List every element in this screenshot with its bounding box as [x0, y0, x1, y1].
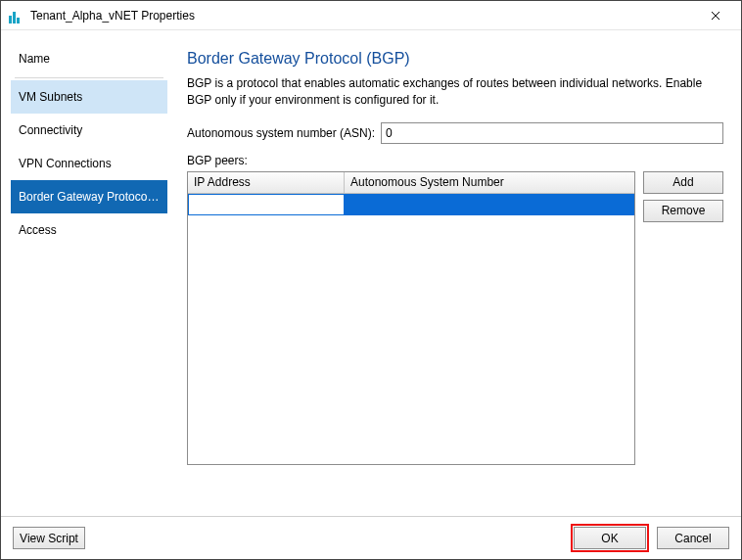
view-script-button[interactable]: View Script: [13, 527, 85, 549]
ok-button[interactable]: OK: [574, 527, 646, 549]
col-header-ip[interactable]: IP Address: [188, 172, 345, 193]
asn-input[interactable]: [381, 122, 723, 144]
page-heading: Border Gateway Protocol (BGP): [187, 50, 723, 68]
sidebar-separator: [15, 77, 163, 78]
dialog-footer: View Script OK Cancel: [1, 516, 741, 559]
grid-header: IP Address Autonomous System Number: [188, 172, 634, 194]
sidebar: Name VM Subnets Connectivity VPN Connect…: [11, 40, 167, 506]
table-row[interactable]: [188, 194, 634, 215]
sidebar-item-access[interactable]: Access: [11, 213, 167, 247]
col-header-asn[interactable]: Autonomous System Number: [345, 172, 634, 193]
add-button[interactable]: Add: [643, 171, 723, 194]
sidebar-header: Name: [11, 46, 167, 75]
bgp-peers-label: BGP peers:: [187, 154, 723, 167]
page-description: BGP is a protocol that enables automatic…: [187, 75, 723, 109]
bgp-peers-grid[interactable]: IP Address Autonomous System Number: [187, 171, 635, 465]
grid-side-buttons: Add Remove: [643, 171, 723, 222]
asn-field-row: Autonomous system number (ASN):: [187, 122, 723, 144]
sidebar-item-vpn-connections[interactable]: VPN Connections: [11, 147, 167, 180]
window-title: Tenant_Alpha_vNET Properties: [30, 9, 696, 23]
dialog-body: Name VM Subnets Connectivity VPN Connect…: [1, 30, 741, 516]
titlebar: Tenant_Alpha_vNET Properties: [1, 1, 741, 30]
cancel-button[interactable]: Cancel: [657, 527, 729, 549]
remove-button[interactable]: Remove: [643, 200, 723, 222]
sidebar-item-vm-subnets[interactable]: VM Subnets: [11, 80, 167, 114]
sidebar-item-bgp[interactable]: Border Gateway Protocol...: [11, 180, 167, 213]
ip-address-input[interactable]: [189, 195, 344, 214]
asn-label: Autonomous system number (ASN):: [187, 126, 375, 140]
close-icon: [711, 11, 720, 21]
sidebar-item-connectivity[interactable]: Connectivity: [11, 114, 167, 147]
grid-body: [188, 194, 634, 464]
cell-ip[interactable]: [188, 194, 345, 215]
properties-window: Tenant_Alpha_vNET Properties Name VM Sub…: [0, 0, 742, 560]
cell-asn[interactable]: [345, 194, 634, 215]
close-button[interactable]: [696, 2, 735, 29]
bgp-peers-row: IP Address Autonomous System Number Add: [187, 171, 723, 506]
ok-highlight: OK: [571, 524, 649, 552]
main-panel: Border Gateway Protocol (BGP) BGP is a p…: [167, 40, 731, 506]
app-icon: [9, 8, 24, 23]
